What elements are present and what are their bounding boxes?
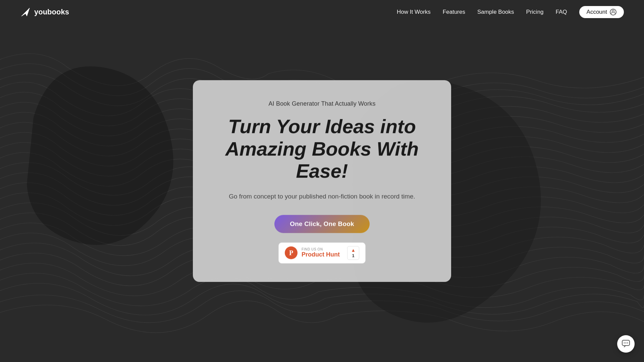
brand-name: youbooks bbox=[34, 8, 69, 16]
navbar: youbooks How It Works Features Sample Bo… bbox=[0, 0, 644, 24]
product-hunt-logo: P bbox=[285, 246, 298, 259]
logo-link[interactable]: youbooks bbox=[20, 7, 69, 17]
svg-point-5 bbox=[627, 343, 628, 344]
nav-links: How It Works Features Sample Books Prici… bbox=[397, 6, 624, 18]
chat-icon bbox=[622, 340, 630, 348]
nav-how-it-works[interactable]: How It Works bbox=[397, 9, 431, 15]
account-icon bbox=[610, 9, 616, 15]
hero-title: Turn Your Ideas into Amazing Books With … bbox=[213, 115, 431, 182]
upvote-arrow-icon: ▲ bbox=[351, 248, 356, 252]
nav-sample-books[interactable]: Sample Books bbox=[477, 9, 514, 15]
svg-point-3 bbox=[624, 343, 625, 344]
hero-wrapper: AI Book Generator That Actually Works Tu… bbox=[193, 80, 451, 282]
chat-bubble-button[interactable] bbox=[617, 335, 635, 353]
product-hunt-find-us: FIND US ON bbox=[302, 247, 323, 251]
product-hunt-upvote[interactable]: ▲ 1 bbox=[347, 246, 359, 260]
cta-button[interactable]: One Click, One Book bbox=[274, 215, 370, 233]
product-hunt-name: Product Hunt bbox=[302, 251, 340, 258]
hero-subtitle: AI Book Generator That Actually Works bbox=[268, 100, 375, 107]
nav-pricing[interactable]: Pricing bbox=[526, 9, 544, 15]
svg-point-4 bbox=[626, 343, 627, 344]
nav-features[interactable]: Features bbox=[443, 9, 465, 15]
hero-description: Go from concept to your published non-fi… bbox=[229, 192, 415, 201]
product-hunt-badge[interactable]: P FIND US ON Product Hunt ▲ 1 bbox=[278, 242, 366, 263]
upvote-count: 1 bbox=[352, 253, 354, 258]
account-button[interactable]: Account bbox=[579, 6, 624, 18]
product-hunt-text: FIND US ON Product Hunt bbox=[302, 247, 340, 258]
hero-card: AI Book Generator That Actually Works Tu… bbox=[193, 80, 451, 282]
paper-plane-icon bbox=[20, 7, 31, 17]
account-label: Account bbox=[587, 9, 607, 15]
nav-faq[interactable]: FAQ bbox=[556, 9, 567, 15]
